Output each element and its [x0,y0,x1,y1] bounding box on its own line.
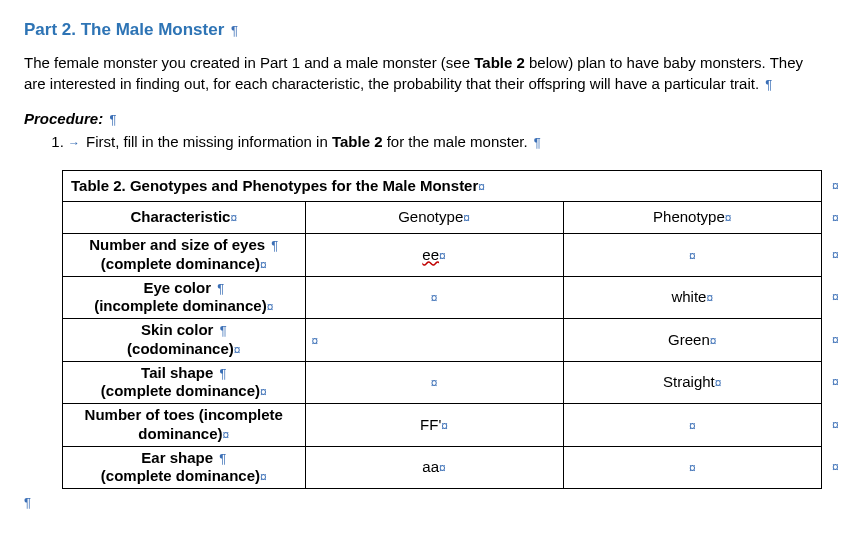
table-row: Ear shape ¶(complete dominance)¤aa¤¤ [63,446,822,489]
pilcrow-icon: ¶ [534,135,541,150]
header-genotype-text: Genotype [398,208,463,225]
procedure-label: Procedure: ¶ [24,110,818,127]
table-row: Number of toes (incomplete dominance)¤FF… [63,404,822,447]
intro-table-ref: Table 2 [474,54,525,71]
cell-end-icon: ¤ [230,211,237,225]
step1-suffix: for the male monster. [383,133,528,150]
genotype-phenotype-table: Table 2. Genotypes and Phenotypes for th… [62,170,822,490]
phenotype-cell: Green¤ [563,319,821,362]
characteristic-cell: Tail shape ¶(complete dominance)¤ [63,361,306,404]
pilcrow-icon: ¶ [231,23,238,38]
row-end-icon: ¤ [832,418,839,432]
phenotype-cell: ¤ [563,404,821,447]
characteristic-cell: Skin color ¶(codominance)¤ [63,319,306,362]
step1-table-ref: Table 2 [332,133,383,150]
row-end-icon: ¤ [832,179,839,193]
header-phenotype: Phenotype¤ [563,202,821,234]
phenotype-cell: ¤ [563,234,821,277]
characteristic-cell: Number of toes (incomplete dominance)¤ [63,404,306,447]
genotype-cell: aa¤ [305,446,563,489]
header-characteristic: Characteristic¤ [63,202,306,234]
header-phenotype-text: Phenotype [653,208,725,225]
tab-arrow-icon: → [68,136,80,150]
genotype-cell: FF'¤ [305,404,563,447]
cell-end-icon: ¤ [725,211,732,225]
pilcrow-icon: ¶ [24,495,31,510]
table-title-text: Table 2. Genotypes and Phenotypes for th… [71,177,478,194]
phenotype-cell: ¤ [563,446,821,489]
intro-paragraph: The female monster you created in Part 1… [24,52,818,94]
table-row: Tail shape ¶(complete dominance)¤¤Straig… [63,361,822,404]
intro-text-1: The female monster you created in Part 1… [24,54,474,71]
step1-prefix: First, fill in the missing information i… [86,133,332,150]
table-header-row: Characteristic¤ Genotype¤ Phenotype¤ [63,202,822,234]
table-row: Skin color ¶(codominance)¤¤Green¤ [63,319,822,362]
cell-end-icon: ¤ [478,180,485,194]
table-title-cell: Table 2. Genotypes and Phenotypes for th… [63,170,822,202]
characteristic-cell: Eye color ¶(incomplete dominance)¤ [63,276,306,319]
procedure-list: →First, fill in the missing information … [24,131,818,154]
header-genotype: Genotype¤ [305,202,563,234]
genotype-cell: ¤ [305,276,563,319]
trailing-pilcrow: ¶ [24,495,818,510]
genotype-cell: ¤ [305,361,563,404]
row-end-icon: ¤ [832,460,839,474]
pilcrow-icon: ¶ [765,77,772,92]
cell-end-icon: ¤ [463,211,470,225]
phenotype-cell: white¤ [563,276,821,319]
table-row: Number and size of eyes ¶(complete domin… [63,234,822,277]
pilcrow-icon: ¶ [109,112,116,127]
row-end-icon: ¤ [832,375,839,389]
section-heading: Part 2. The Male Monster ¶ [24,20,818,40]
row-end-icon: ¤ [832,290,839,304]
procedure-text: Procedure: [24,110,103,127]
table-title-row: Table 2. Genotypes and Phenotypes for th… [63,170,822,202]
table-row: Eye color ¶(incomplete dominance)¤¤white… [63,276,822,319]
genotype-cell: ee¤ [305,234,563,277]
characteristic-cell: Number and size of eyes ¶(complete domin… [63,234,306,277]
row-end-icon: ¤ [832,211,839,225]
genotype-cell: ¤ [305,319,563,362]
characteristic-cell: Ear shape ¶(complete dominance)¤ [63,446,306,489]
row-end-icon: ¤ [832,333,839,347]
row-end-icon: ¤ [832,248,839,262]
heading-text: Part 2. The Male Monster [24,20,224,39]
phenotype-cell: Straight¤ [563,361,821,404]
table-container: Table 2. Genotypes and Phenotypes for th… [62,170,818,490]
procedure-step-1: →First, fill in the missing information … [68,131,818,154]
header-characteristic-text: Characteristic [130,208,230,225]
